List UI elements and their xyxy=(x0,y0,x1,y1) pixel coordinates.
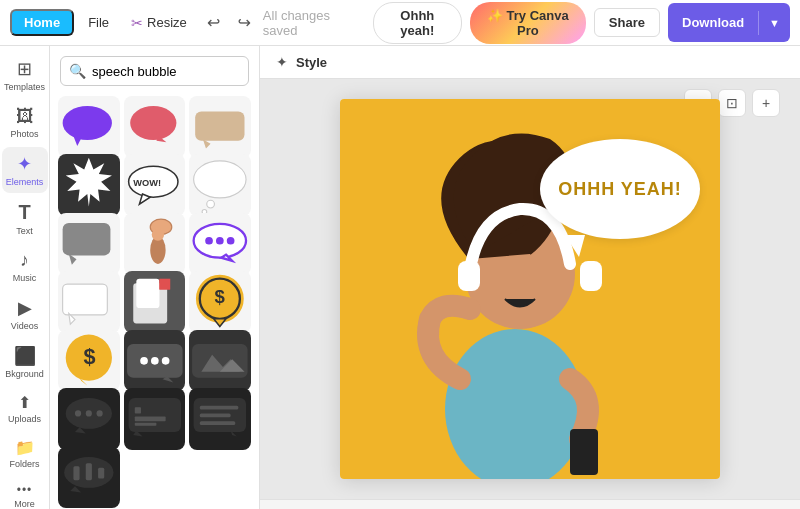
sidebar-item-text[interactable]: T Text xyxy=(2,195,48,242)
list-item[interactable] xyxy=(58,96,120,158)
download-button[interactable]: Download ▼ xyxy=(668,3,790,42)
list-item[interactable] xyxy=(189,96,251,158)
svg-point-64 xyxy=(445,329,585,479)
download-arrow-icon[interactable]: ▼ xyxy=(758,11,790,35)
background-icon: ⬛ xyxy=(14,345,36,367)
sidebar-label-photos: Photos xyxy=(10,129,38,139)
canvas-area: ✦ Style ⧉ ⊡ + xyxy=(260,46,800,509)
list-item[interactable] xyxy=(124,213,186,275)
duplicate-button[interactable]: ⊡ xyxy=(718,89,746,117)
svg-point-19 xyxy=(206,237,214,245)
icon-sidebar: ⊞ Templates 🖼 Photos ✦ Elements T Text ♪… xyxy=(0,46,50,509)
project-name-button[interactable]: Ohhh yeah! xyxy=(373,2,462,44)
list-item[interactable] xyxy=(58,271,120,333)
file-button[interactable]: File xyxy=(80,11,117,34)
svg-rect-23 xyxy=(63,284,108,315)
list-item[interactable] xyxy=(58,388,120,450)
sidebar-item-background[interactable]: ⬛ Bkground xyxy=(2,339,48,385)
list-item[interactable]: $ xyxy=(189,271,251,333)
download-label: Download xyxy=(668,9,758,36)
sidebar-label-elements: Elements xyxy=(6,177,44,187)
svg-rect-56 xyxy=(200,414,231,418)
sidebar-item-music[interactable]: ♪ Music xyxy=(2,244,48,289)
list-item[interactable] xyxy=(124,330,186,392)
sidebar-label-more: More xyxy=(14,499,35,509)
search-icon: 🔍 xyxy=(69,63,86,79)
list-item[interactable] xyxy=(58,154,120,216)
style-label: Style xyxy=(296,55,327,70)
style-icon: ✦ xyxy=(276,54,288,70)
svg-rect-67 xyxy=(458,261,480,291)
music-icon: ♪ xyxy=(20,250,29,271)
svg-rect-50 xyxy=(134,407,140,413)
svg-point-9 xyxy=(194,161,246,198)
sidebar-item-photos[interactable]: 🖼 Photos xyxy=(2,100,48,145)
svg-point-2 xyxy=(130,106,176,140)
search-input[interactable] xyxy=(92,64,260,79)
svg-rect-4 xyxy=(195,111,244,140)
svg-rect-41 xyxy=(192,344,248,378)
svg-rect-51 xyxy=(134,417,165,422)
sidebar-label-music: Music xyxy=(13,273,37,283)
speech-bubble-element[interactable]: OHHH YEAH! xyxy=(540,139,700,239)
sidebar-item-templates[interactable]: ⊞ Templates xyxy=(2,52,48,98)
svg-point-0 xyxy=(63,106,112,140)
add-page-bar: + Add a new page xyxy=(260,499,800,509)
svg-rect-66 xyxy=(570,429,598,475)
undo-button[interactable]: ↩ xyxy=(201,9,226,36)
bubble-text: OHHH YEAH! xyxy=(558,179,682,200)
resize-button[interactable]: ✂ Resize xyxy=(123,11,195,35)
videos-icon: ▶ xyxy=(18,297,32,319)
try-canva-pro-button[interactable]: ✨ Try Canva Pro xyxy=(470,2,586,44)
svg-rect-26 xyxy=(136,279,159,308)
list-item[interactable] xyxy=(124,271,186,333)
share-button[interactable]: Share xyxy=(594,8,660,37)
list-item[interactable] xyxy=(58,447,120,509)
svg-rect-62 xyxy=(98,467,104,478)
home-button[interactable]: Home xyxy=(10,9,74,36)
svg-text:$: $ xyxy=(83,344,95,369)
photos-icon: 🖼 xyxy=(16,106,34,127)
svg-rect-57 xyxy=(200,421,235,425)
list-item[interactable] xyxy=(124,96,186,158)
text-icon: T xyxy=(18,201,30,224)
svg-text:WOW!: WOW! xyxy=(133,178,161,188)
add-button[interactable]: + xyxy=(752,89,780,117)
sidebar-label-folders: Folders xyxy=(9,459,39,469)
scissors-icon: ✂ xyxy=(131,15,143,31)
svg-point-46 xyxy=(86,410,92,416)
list-item[interactable]: WOW! xyxy=(124,154,186,216)
saved-status: All changes saved xyxy=(263,8,361,38)
svg-marker-63 xyxy=(70,486,81,492)
sidebar-item-videos[interactable]: ▶ Videos xyxy=(2,291,48,337)
list-item[interactable] xyxy=(189,154,251,216)
svg-point-37 xyxy=(140,357,148,365)
list-item[interactable] xyxy=(58,213,120,275)
list-item[interactable] xyxy=(189,213,251,275)
templates-icon: ⊞ xyxy=(17,58,32,80)
sidebar-item-elements[interactable]: ✦ Elements xyxy=(2,147,48,193)
more-icon: ••• xyxy=(17,483,33,497)
sidebar-label-text: Text xyxy=(16,226,33,236)
search-bar: 🔍 × xyxy=(60,56,249,86)
list-item[interactable]: $ xyxy=(58,330,120,392)
sidebar-item-more[interactable]: ••• More xyxy=(2,477,48,509)
elements-icon: ✦ xyxy=(17,153,32,175)
canvas-background: OHHH YEAH! xyxy=(340,99,720,479)
sidebar-label-templates: Templates xyxy=(4,82,45,92)
redo-button[interactable]: ↩ xyxy=(232,9,257,36)
list-item[interactable] xyxy=(189,330,251,392)
sidebar-item-uploads[interactable]: ⬆ Uploads xyxy=(2,387,48,430)
list-item[interactable] xyxy=(189,388,251,450)
nav-right: Ohhh yeah! ✨ Try Canva Pro Share Downloa… xyxy=(373,2,790,44)
svg-marker-32 xyxy=(214,319,226,327)
list-item[interactable] xyxy=(124,388,186,450)
sidebar-item-folders[interactable]: 📁 Folders xyxy=(2,432,48,475)
search-panel: 🔍 × xyxy=(50,46,260,509)
svg-point-39 xyxy=(161,357,169,365)
svg-text:$: $ xyxy=(215,287,226,308)
svg-rect-12 xyxy=(63,223,111,255)
svg-rect-52 xyxy=(134,423,156,426)
top-nav: Home File ✂ Resize ↩ ↩ All changes saved… xyxy=(0,0,800,46)
style-bar: ✦ Style xyxy=(260,46,800,79)
